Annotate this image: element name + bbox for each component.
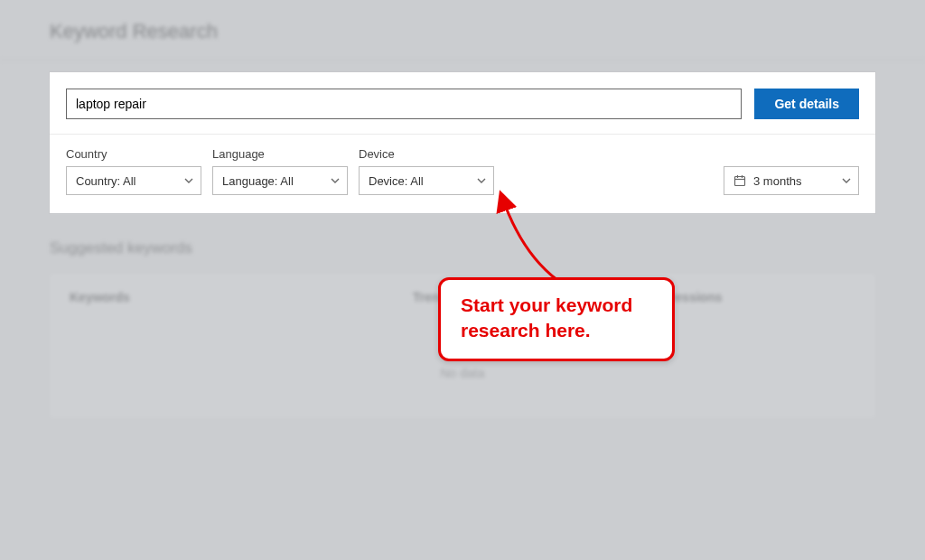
language-dropdown[interactable]: Language: All — [212, 166, 348, 195]
column-keywords: Keywords — [70, 290, 413, 304]
chevron-down-icon — [842, 176, 851, 185]
country-dropdown[interactable]: Country: All — [66, 166, 201, 195]
filters-row: Country Country: All Language Language: … — [50, 135, 875, 213]
device-dropdown-value: Device: All — [369, 174, 424, 188]
page-root: Keyword Research Suggested keywords Keyw… — [0, 0, 925, 560]
annotation-callout: Start your keyword research here. — [438, 277, 675, 361]
page-header: Keyword Research — [0, 0, 925, 60]
language-dropdown-value: Language: All — [222, 174, 294, 188]
column-impressions: Impressions — [648, 290, 855, 304]
date-range-dropdown[interactable]: 3 months — [724, 166, 859, 195]
keyword-input[interactable] — [66, 89, 742, 119]
calendar-icon — [733, 174, 746, 187]
country-label: Country — [66, 147, 201, 161]
language-label: Language — [212, 147, 348, 161]
device-label: Device — [359, 147, 494, 161]
country-dropdown-value: Country: All — [76, 174, 135, 188]
svg-rect-0 — [735, 177, 745, 186]
country-filter-group: Country Country: All — [66, 147, 201, 195]
device-filter-group: Device Device: All — [359, 147, 494, 195]
search-row: Get details — [50, 72, 875, 135]
annotation-text: Start your keyword research here. — [461, 293, 652, 344]
device-dropdown[interactable]: Device: All — [359, 166, 494, 195]
search-panel: Get details Country Country: All Languag… — [50, 72, 875, 213]
get-details-button[interactable]: Get details — [754, 89, 859, 119]
language-filter-group: Language Language: All — [212, 147, 348, 195]
chevron-down-icon — [331, 176, 340, 185]
page-title: Keyword Research — [50, 20, 875, 43]
table-empty-text: No data — [50, 366, 875, 380]
chevron-down-icon — [477, 176, 486, 185]
chevron-down-icon — [184, 176, 193, 185]
date-range-value: 3 months — [753, 174, 835, 188]
suggested-section-title: Suggested keywords — [50, 239, 875, 257]
annotation-arrow — [494, 190, 584, 287]
